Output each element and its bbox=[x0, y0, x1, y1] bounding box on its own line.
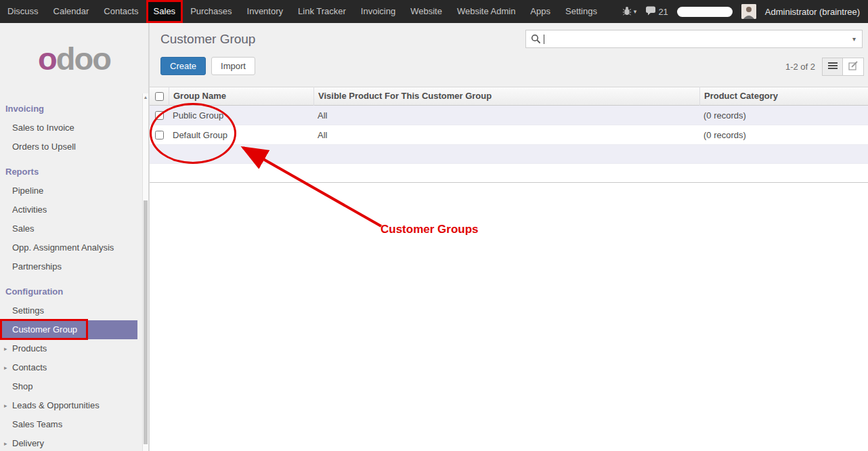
import-button[interactable]: Import bbox=[211, 57, 255, 75]
menu-settings[interactable]: Settings bbox=[558, 0, 605, 23]
topbar-right-group: ▾ 21 Administrator (braintree) bbox=[622, 4, 868, 19]
sidebar-item-label: Products bbox=[12, 343, 47, 353]
screen: Discuss Calendar Contacts Sales Purchase… bbox=[0, 0, 868, 451]
cell-group-name[interactable]: Default Group bbox=[169, 130, 313, 140]
select-all-checkbox[interactable] bbox=[155, 92, 164, 101]
row-checkbox[interactable] bbox=[155, 131, 164, 139]
logo-part-1: o bbox=[38, 40, 56, 77]
column-header-product-category[interactable]: Product Category bbox=[699, 87, 868, 106]
row-select-cell bbox=[150, 111, 169, 120]
edit-icon bbox=[848, 61, 858, 72]
control-panel: Customer Group ▾ Create Import 1-2 of 2 bbox=[150, 23, 868, 87]
row-checkbox[interactable] bbox=[155, 111, 164, 120]
sidebar-item-label: Contacts bbox=[12, 362, 47, 372]
top-navbar: Discuss Calendar Contacts Sales Purchase… bbox=[0, 0, 868, 23]
menu-contacts[interactable]: Contacts bbox=[96, 0, 146, 23]
user-menu[interactable]: Administrator (braintree) bbox=[765, 7, 860, 17]
sidebar-item-sales-teams[interactable]: Sales Teams bbox=[0, 415, 137, 434]
sidebar-item-pipeline[interactable]: Pipeline bbox=[0, 181, 137, 200]
cell-visible-product[interactable]: All bbox=[313, 110, 699, 121]
bug-icon bbox=[622, 6, 632, 18]
main-content: Customer Group ▾ Create Import 1-2 of 2 bbox=[149, 23, 868, 451]
sidebar-item-settings[interactable]: Settings bbox=[0, 301, 137, 320]
message-count: 21 bbox=[658, 7, 668, 17]
menu-calendar[interactable]: Calendar bbox=[46, 0, 97, 23]
list-view-button[interactable] bbox=[822, 58, 843, 76]
sidebar-item-products[interactable]: ▸ Products bbox=[0, 339, 137, 358]
sidebar-item-sales[interactable]: Sales bbox=[0, 219, 137, 238]
pager-range: 1-2 of 2 bbox=[785, 62, 815, 72]
page-title: Customer Group bbox=[160, 32, 255, 47]
menu-link-tracker[interactable]: Link Tracker bbox=[290, 0, 353, 23]
sidebar-item-delivery[interactable]: ▸ Delivery bbox=[0, 434, 137, 451]
sidebar-scrollbar[interactable]: ▲ bbox=[142, 93, 148, 451]
button-row: Create Import bbox=[160, 57, 255, 75]
search-box[interactable]: ▾ bbox=[525, 30, 863, 48]
scrollbar-thumb[interactable] bbox=[144, 200, 148, 444]
sidebar-section-configuration: Configuration bbox=[0, 276, 148, 301]
sidebar-item-opp-assignment-analysis[interactable]: Opp. Assignment Analysis bbox=[0, 238, 137, 257]
row-select-cell bbox=[150, 131, 169, 139]
scroll-up-icon[interactable]: ▲ bbox=[143, 93, 148, 101]
cell-visible-product[interactable]: All bbox=[313, 130, 699, 140]
chevron-down-icon: ▾ bbox=[634, 8, 637, 15]
menu-apps[interactable]: Apps bbox=[523, 0, 558, 23]
cell-group-name[interactable]: Public Group bbox=[169, 110, 313, 121]
cell-product-category[interactable]: (0 records) bbox=[699, 110, 868, 121]
create-button[interactable]: Create bbox=[160, 57, 206, 75]
sidebar-item-customer-group[interactable]: Customer Group bbox=[0, 320, 137, 339]
sidebar-item-orders-to-upsell[interactable]: Orders to Upsell bbox=[0, 137, 137, 156]
sidebar-item-leads-opportunities[interactable]: ▸ Leads & Opportunities bbox=[0, 396, 137, 415]
empty-row bbox=[150, 164, 868, 183]
menu-discuss[interactable]: Discuss bbox=[0, 0, 46, 23]
column-header-group-name[interactable]: Group Name bbox=[169, 87, 313, 106]
search-input[interactable] bbox=[544, 30, 846, 47]
menu-website-admin[interactable]: Website Admin bbox=[450, 0, 523, 23]
avatar[interactable] bbox=[741, 4, 756, 19]
menu-invoicing[interactable]: Invoicing bbox=[353, 0, 403, 23]
caret-right-icon: ▸ bbox=[4, 396, 7, 415]
menu-website[interactable]: Website bbox=[403, 0, 450, 23]
menu-inventory[interactable]: Inventory bbox=[240, 0, 290, 23]
sidebar-section-invoicing: Invoicing bbox=[0, 93, 148, 119]
view-switcher bbox=[822, 58, 864, 76]
table-row[interactable]: Public Group All (0 records) bbox=[150, 106, 868, 125]
select-all-cell bbox=[150, 92, 169, 101]
logo-part-2: doo bbox=[56, 40, 110, 77]
menu-sales[interactable]: Sales bbox=[146, 0, 183, 23]
form-view-button[interactable] bbox=[843, 58, 864, 76]
table-row[interactable]: Default Group All (0 records) bbox=[150, 125, 868, 145]
sidebar: odoo Invoicing Sales to Invoice Orders t… bbox=[0, 23, 149, 451]
sidebar-item-activities[interactable]: Activities bbox=[0, 200, 137, 219]
caret-right-icon: ▸ bbox=[4, 339, 7, 358]
odoo-logo[interactable]: odoo bbox=[0, 23, 148, 93]
debug-menu-button[interactable]: ▾ bbox=[622, 6, 637, 18]
sidebar-section-reports: Reports bbox=[0, 156, 148, 181]
sidebar-item-label: Customer Group bbox=[12, 324, 77, 335]
sidebar-item-sales-to-invoice[interactable]: Sales to Invoice bbox=[0, 119, 137, 137]
search-dropdown-icon[interactable]: ▾ bbox=[846, 35, 862, 43]
status-pill bbox=[677, 7, 733, 17]
sidebar-item-contacts[interactable]: ▸ Contacts bbox=[0, 358, 137, 377]
column-header-visible-product[interactable]: Visible Product For This Customer Group bbox=[313, 87, 699, 106]
sidebar-item-label: Leads & Opportunities bbox=[12, 400, 100, 410]
cell-product-category[interactable]: (0 records) bbox=[699, 130, 868, 140]
list-icon bbox=[828, 62, 838, 72]
caret-right-icon: ▸ bbox=[4, 358, 7, 377]
sidebar-item-label: Delivery bbox=[12, 438, 44, 448]
table-header-row: Group Name Visible Product For This Cust… bbox=[150, 87, 868, 106]
search-icon[interactable] bbox=[526, 34, 544, 44]
empty-row bbox=[150, 145, 868, 164]
chat-bubble-icon bbox=[645, 6, 656, 18]
messages-button[interactable]: 21 bbox=[645, 6, 668, 18]
menu-purchases[interactable]: Purchases bbox=[183, 0, 239, 23]
sidebar-item-shop[interactable]: Shop bbox=[0, 377, 137, 396]
sidebar-item-partnerships[interactable]: Partnerships bbox=[0, 257, 137, 276]
caret-right-icon: ▸ bbox=[4, 434, 7, 451]
